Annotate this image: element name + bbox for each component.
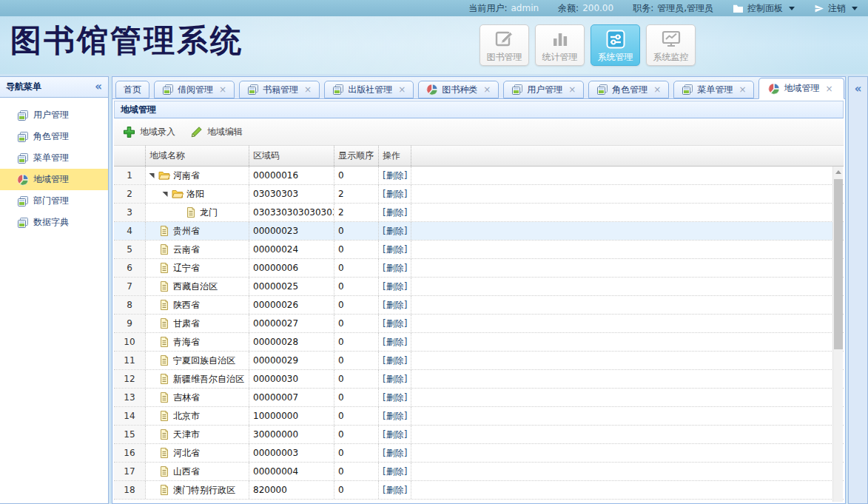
tab-close-icon[interactable]: × bbox=[739, 85, 746, 94]
tab[interactable]: 借阅管理× bbox=[154, 81, 235, 98]
grid-row[interactable]: 8陕西省000000260[删除] bbox=[114, 296, 844, 315]
delete-link[interactable]: [删除] bbox=[383, 355, 407, 367]
column-header[interactable]: 地域名称 bbox=[146, 146, 249, 166]
grid-row[interactable]: 3龙门0303303030303032[删除] bbox=[114, 204, 844, 222]
grid-row[interactable]: 18澳门特别行政区8200000[删除] bbox=[114, 481, 844, 500]
grid-header: 地域名称区域码显示顺序操作 bbox=[114, 146, 844, 167]
document-icon bbox=[185, 206, 197, 218]
scrollbar-thumb[interactable] bbox=[834, 179, 843, 349]
sidebar-item[interactable]: 部门管理 bbox=[0, 190, 108, 212]
delete-link[interactable]: [删除] bbox=[383, 206, 407, 219]
grid-row[interactable]: 16河北省000000030[删除] bbox=[114, 444, 844, 463]
document-icon bbox=[158, 410, 170, 422]
display-order-cell: 2 bbox=[334, 185, 379, 203]
delete-link[interactable]: [删除] bbox=[383, 484, 407, 497]
sidebar-item[interactable]: 角色管理 bbox=[0, 126, 108, 147]
region-name: 河北省 bbox=[173, 447, 200, 460]
scroll-up-icon[interactable] bbox=[833, 167, 843, 177]
display-order-cell: 2 bbox=[334, 204, 379, 221]
tab[interactable]: 图书种类× bbox=[418, 81, 499, 98]
grid-row[interactable]: 4贵州省000000230[删除] bbox=[114, 222, 844, 241]
grid-row[interactable]: 5云南省000000240[删除] bbox=[114, 241, 844, 259]
grid-row[interactable]: 6辽宁省000000060[删除] bbox=[114, 259, 844, 278]
grid-row[interactable]: 2洛阳030303032[删除] bbox=[114, 185, 844, 204]
balance: 余额: 200.00 bbox=[558, 2, 613, 15]
region-name: 北京市 bbox=[173, 410, 200, 423]
delete-link[interactable]: [删除] bbox=[383, 392, 407, 404]
delete-link[interactable]: [删除] bbox=[383, 336, 407, 349]
delete-link[interactable]: [删除] bbox=[383, 262, 407, 275]
tab[interactable]: 地域管理× bbox=[758, 78, 844, 99]
display-order-cell: 0 bbox=[334, 278, 379, 295]
tab[interactable]: 菜单管理× bbox=[673, 81, 754, 98]
column-header[interactable]: 显示顺序 bbox=[334, 146, 379, 166]
grid-row[interactable]: 13吉林省000000070[删除] bbox=[114, 389, 844, 407]
tab-close-icon[interactable]: × bbox=[219, 85, 226, 94]
grid-row[interactable]: 7西藏自治区000000250[删除] bbox=[114, 278, 844, 296]
column-header[interactable]: 操作 bbox=[379, 146, 411, 166]
row-number-cell: 6 bbox=[114, 259, 146, 277]
tab-close-icon[interactable]: × bbox=[568, 85, 576, 94]
tab-label: 书籍管理 bbox=[263, 84, 298, 96]
delete-link[interactable]: [删除] bbox=[383, 169, 407, 182]
grid-row[interactable]: 11宁夏回族自治区000000290[删除] bbox=[114, 352, 844, 370]
logout-menu[interactable]: 注销 bbox=[814, 2, 858, 15]
tab-bar: 首页借阅管理×书籍管理×出版社管理×图书种类×用户管理×角色管理×菜单管理×地域… bbox=[112, 77, 845, 99]
grid-row[interactable]: 14北京市100000000[删除] bbox=[114, 407, 844, 426]
action-cell: [删除] bbox=[379, 370, 411, 388]
tab[interactable]: 角色管理× bbox=[588, 81, 669, 98]
delete-link[interactable]: [删除] bbox=[383, 188, 407, 201]
chevron-down-icon bbox=[852, 7, 858, 10]
delete-link[interactable]: [删除] bbox=[383, 299, 407, 312]
tab-close-icon[interactable]: × bbox=[483, 85, 491, 94]
tab[interactable]: 出版社管理× bbox=[324, 81, 414, 98]
delete-link[interactable]: [删除] bbox=[383, 243, 407, 256]
tab-close-icon[interactable]: × bbox=[304, 85, 312, 94]
sidebar-item[interactable]: 地域管理 bbox=[0, 169, 108, 190]
launcher-button[interactable]: 图书管理 bbox=[480, 24, 529, 66]
grid-row[interactable]: 17山西省000000040[删除] bbox=[114, 463, 844, 481]
sidebar-item[interactable]: 用户管理 bbox=[0, 104, 108, 126]
launcher-button[interactable]: 统计管理 bbox=[535, 24, 585, 66]
row-filler bbox=[411, 407, 844, 425]
tree-expand-icon[interactable] bbox=[161, 190, 172, 198]
control-panel-menu[interactable]: 控制面板 bbox=[733, 2, 795, 15]
launcher-button[interactable]: 系统管理 bbox=[591, 24, 640, 66]
windows-icon bbox=[17, 110, 29, 121]
delete-link[interactable]: [删除] bbox=[383, 466, 407, 478]
grid-row[interactable]: 15天津市300000000[删除] bbox=[114, 426, 844, 444]
delete-link[interactable]: [删除] bbox=[383, 447, 407, 460]
delete-link[interactable]: [删除] bbox=[383, 429, 407, 441]
logout-label: 注销 bbox=[828, 2, 846, 15]
sidebar: 导航菜单 « 用户管理角色管理菜单管理地域管理部门管理数据字典 bbox=[0, 76, 109, 504]
tree-expand-icon[interactable] bbox=[148, 172, 158, 179]
tab[interactable]: 书籍管理× bbox=[239, 81, 320, 98]
tab[interactable]: 用户管理× bbox=[503, 81, 584, 98]
toolbar-button[interactable]: 地域录入 bbox=[123, 126, 175, 138]
delete-link[interactable]: [删除] bbox=[383, 317, 407, 330]
vertical-scrollbar[interactable] bbox=[832, 167, 843, 502]
toolbar-button[interactable]: 地域编辑 bbox=[190, 126, 243, 138]
delete-link[interactable]: [删除] bbox=[383, 225, 407, 238]
column-header[interactable]: 区域码 bbox=[249, 146, 334, 166]
tab-close-icon[interactable]: × bbox=[398, 85, 406, 94]
delete-link[interactable]: [删除] bbox=[383, 373, 407, 386]
row-filler bbox=[411, 389, 844, 406]
grid-row[interactable]: 9甘肃省000000270[删除] bbox=[114, 315, 844, 333]
grid-row[interactable]: 1河南省000000160[删除] bbox=[114, 167, 844, 185]
tab[interactable]: 首页 bbox=[115, 81, 149, 98]
tab-close-icon[interactable]: × bbox=[825, 84, 832, 93]
sidebar-item[interactable]: 数据字典 bbox=[0, 212, 108, 233]
delete-link[interactable]: [删除] bbox=[383, 410, 407, 423]
tab-close-icon[interactable]: × bbox=[653, 85, 661, 94]
sidebar-item[interactable]: 菜单管理 bbox=[0, 147, 108, 169]
launcher-button[interactable]: 系统监控 bbox=[646, 24, 696, 66]
grid-row[interactable]: 12新疆维吾尔自治区000000300[删除] bbox=[114, 370, 844, 389]
action-cell: [删除] bbox=[379, 222, 411, 240]
delete-link[interactable]: [删除] bbox=[383, 280, 407, 293]
pie-icon bbox=[426, 84, 438, 95]
region-name: 宁夏回族自治区 bbox=[173, 355, 235, 367]
east-collapse-icon[interactable]: « bbox=[855, 84, 862, 95]
grid-row[interactable]: 10青海省000000280[删除] bbox=[114, 333, 844, 352]
sidebar-collapse-icon[interactable]: « bbox=[95, 81, 102, 93]
